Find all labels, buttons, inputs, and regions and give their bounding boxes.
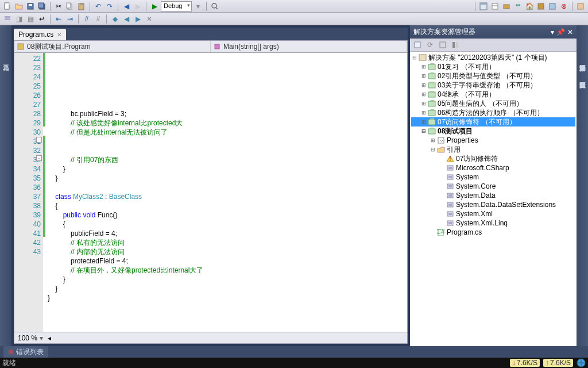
redo-icon[interactable]: ↷ bbox=[105, 1, 115, 12]
tree-item[interactable]: ⊞Properties bbox=[411, 136, 575, 145]
tree-item[interactable]: ⊟引用 bbox=[411, 145, 575, 154]
member-list-icon[interactable] bbox=[2, 14, 13, 24]
next-bookmark-icon[interactable]: ▶ bbox=[133, 14, 143, 24]
paste-icon[interactable] bbox=[76, 1, 87, 12]
tree-item[interactable]: System.Data.DataSetExtensions bbox=[411, 200, 575, 209]
bookmark-icon[interactable]: ◆ bbox=[110, 14, 120, 24]
debug-config-combo[interactable]: Debug bbox=[161, 1, 192, 12]
fold-icon[interactable]: - bbox=[36, 137, 42, 143]
svg-rect-36 bbox=[428, 110, 435, 116]
nav-member-combo[interactable]: Main(string[] args) bbox=[211, 41, 407, 52]
open-folder-icon[interactable] bbox=[14, 1, 24, 12]
start-page-icon[interactable]: 🏠 bbox=[524, 1, 535, 12]
toolbox-icon[interactable] bbox=[501, 1, 512, 12]
tree-item[interactable]: ⊞05问题生病的人 （不可用） bbox=[411, 99, 575, 108]
nav-class-combo[interactable]: 08测试项目.Program bbox=[14, 41, 211, 52]
expand-icon[interactable]: ⊟ bbox=[430, 145, 436, 154]
error-list-icon[interactable]: ⊗ bbox=[559, 1, 569, 12]
expand-icon[interactable]: ⊟ bbox=[420, 126, 427, 136]
scroll-left-icon[interactable]: ◂ bbox=[48, 334, 51, 342]
expand-icon[interactable]: ⊞ bbox=[420, 99, 427, 108]
tree-item[interactable]: System bbox=[411, 172, 575, 182]
zoom-dropdown-icon[interactable]: ▾ bbox=[40, 334, 43, 342]
refresh-icon[interactable]: ⟳ bbox=[425, 40, 435, 50]
undo-icon[interactable]: ↶ bbox=[93, 1, 103, 12]
solution-root[interactable]: ⊟ 解决方案 "20120203第四天" (1 个项目) bbox=[411, 53, 575, 62]
solution-tree[interactable]: ⊟ 解决方案 "20120203第四天" (1 个项目) ⊞01复习 （不可用）… bbox=[410, 52, 577, 346]
expand-icon[interactable]: ⊞ bbox=[420, 117, 427, 126]
tree-item[interactable]: ⊞06构造方法的执行顺序 （不可用） bbox=[411, 108, 575, 117]
tree-item[interactable]: ⊟08测试项目 bbox=[411, 126, 575, 136]
cut-icon[interactable]: ✂ bbox=[53, 1, 64, 12]
error-list-tab[interactable]: ⊗ 错误列表 bbox=[3, 346, 48, 358]
right-tool-strip: 解决方案资源管理器 团队资源管理器 bbox=[577, 25, 588, 346]
show-all-icon[interactable] bbox=[438, 40, 448, 50]
window-position-icon[interactable]: ▾ bbox=[551, 28, 554, 36]
properties-icon[interactable] bbox=[490, 1, 500, 12]
properties-icon[interactable] bbox=[450, 40, 461, 50]
proj-icon bbox=[427, 127, 436, 135]
expand-icon[interactable]: ⊞ bbox=[420, 71, 427, 80]
quick-info-icon[interactable]: ▦ bbox=[25, 14, 36, 24]
platform-combo-icon[interactable]: ▾ bbox=[193, 1, 203, 12]
tree-item[interactable]: System.Core bbox=[411, 182, 575, 191]
save-icon[interactable] bbox=[25, 1, 36, 12]
fold-icon[interactable]: - bbox=[36, 155, 42, 161]
object-browser-icon[interactable] bbox=[547, 1, 558, 12]
close-icon[interactable]: ✕ bbox=[567, 28, 573, 36]
asm-icon bbox=[446, 164, 455, 172]
expand-icon[interactable]: ⊞ bbox=[420, 108, 427, 117]
expand-icon[interactable]: ⊞ bbox=[420, 62, 427, 71]
new-file-icon[interactable] bbox=[2, 1, 13, 12]
tree-item[interactable]: !07访问修饰符 bbox=[411, 154, 575, 163]
tree-item[interactable]: System.Data bbox=[411, 191, 575, 200]
tree-item[interactable]: C#Program.cs bbox=[411, 228, 575, 237]
svg-rect-24 bbox=[18, 44, 24, 49]
tree-item[interactable]: System.Xml.Linq bbox=[411, 218, 575, 228]
tree-item[interactable]: ⊞02引用类型与值类型 （不可用） bbox=[411, 71, 575, 80]
class-view-icon[interactable] bbox=[536, 1, 546, 12]
svg-rect-46 bbox=[448, 185, 452, 187]
zoom-level[interactable]: 100 % bbox=[18, 334, 37, 342]
word-wrap-icon[interactable]: ↵ bbox=[37, 14, 47, 24]
ext-icon[interactable] bbox=[575, 1, 586, 12]
copy-icon[interactable] bbox=[65, 1, 75, 12]
tree-item[interactable]: ⊞03关于字符串缓存池 （不可用） bbox=[411, 80, 575, 90]
tree-item[interactable]: ⊞04继承 （不可用） bbox=[411, 90, 575, 99]
prev-bookmark-icon[interactable]: ◀ bbox=[121, 14, 131, 24]
team-icon[interactable] bbox=[513, 1, 523, 12]
uncomment-icon[interactable]: // bbox=[93, 14, 103, 24]
svg-rect-5 bbox=[38, 3, 44, 8]
svg-rect-3 bbox=[29, 4, 32, 6]
param-info-icon[interactable]: ◨ bbox=[14, 14, 24, 24]
find-icon[interactable] bbox=[210, 1, 220, 12]
auto-hide-icon[interactable]: 📌 bbox=[556, 28, 565, 36]
svg-rect-54 bbox=[448, 222, 452, 224]
status-bar: 就绪 ↓7.6K/S ↑7.6K/S bbox=[0, 358, 588, 368]
increase-indent-icon[interactable]: ⇥ bbox=[65, 14, 75, 24]
browser-icon[interactable] bbox=[577, 358, 586, 367]
svg-rect-42 bbox=[448, 167, 452, 169]
expand-icon[interactable]: ⊞ bbox=[420, 80, 427, 90]
comment-icon[interactable]: // bbox=[82, 14, 92, 24]
home-icon[interactable] bbox=[412, 40, 423, 50]
tree-item[interactable]: System.Xml bbox=[411, 209, 575, 218]
decrease-indent-icon[interactable]: ⇤ bbox=[53, 14, 64, 24]
tree-item[interactable]: ⊞01复习 （不可用） bbox=[411, 62, 575, 71]
editor-tab-program[interactable]: Program.cs ✕ bbox=[14, 29, 66, 40]
svg-rect-7 bbox=[67, 3, 71, 8]
start-debug-icon[interactable]: ▶ bbox=[149, 1, 160, 12]
clear-bookmarks-icon[interactable]: ✕ bbox=[144, 14, 154, 24]
nav-fwd-icon[interactable]: ▶ bbox=[133, 1, 143, 12]
expand-icon[interactable]: ⊞ bbox=[420, 90, 427, 99]
tree-item[interactable]: Microsoft.CSharp bbox=[411, 163, 575, 172]
nav-back-icon[interactable]: ◀ bbox=[121, 1, 131, 12]
svg-rect-16 bbox=[504, 5, 509, 9]
tree-item[interactable]: ⊞07访问修饰符 （不可用） bbox=[411, 117, 575, 126]
save-all-icon[interactable] bbox=[37, 1, 47, 12]
left-tool-strip: 工具箱 bbox=[0, 25, 11, 346]
code-editor[interactable]: 2223242526272829303132333435363738394041… bbox=[14, 53, 408, 332]
solution-explorer-icon[interactable] bbox=[478, 1, 489, 12]
close-icon[interactable]: ✕ bbox=[57, 32, 61, 38]
expand-icon[interactable]: ⊞ bbox=[430, 136, 436, 145]
